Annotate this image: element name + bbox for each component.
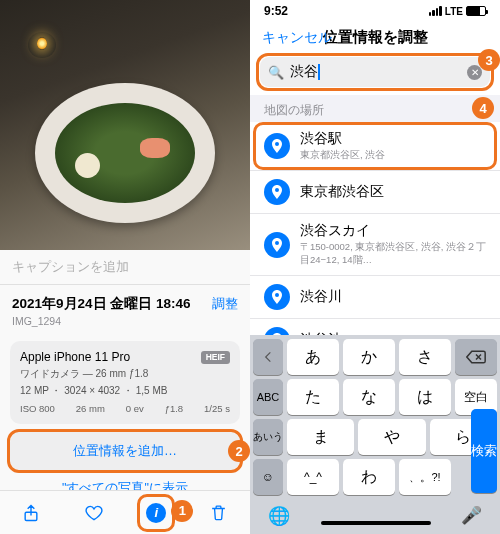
photo-filename: IMG_1294 [0, 315, 250, 335]
results-list: 渋谷駅東京都渋谷区, 渋谷 東京都渋谷区 渋谷スカイ〒150-0002, 東京都… [250, 122, 500, 361]
nav-title: 位置情報を調整 [323, 28, 428, 47]
pin-icon [264, 232, 290, 258]
key[interactable] [253, 339, 283, 375]
key[interactable]: さ [399, 339, 451, 375]
plate-illustration [35, 83, 215, 223]
annotation-badge-1: 1 [171, 500, 193, 522]
result-item[interactable]: 渋谷川 [250, 276, 500, 319]
bottom-toolbar: i 1 [0, 490, 250, 534]
key[interactable]: ^_^ [287, 459, 339, 495]
add-location-button[interactable]: 位置情報を追加… 2 [10, 432, 240, 470]
key[interactable]: な [343, 379, 395, 415]
section-header: 地図の場所 [264, 104, 324, 116]
share-icon[interactable] [20, 502, 42, 524]
spec-shutter: 1/25 s [204, 403, 230, 414]
search-field[interactable]: 🔍 渋谷 ✕ [260, 57, 490, 87]
key[interactable]: わ [343, 459, 395, 495]
annotation-badge-3: 3 [478, 49, 500, 71]
key-search[interactable]: 検索 [471, 409, 497, 493]
photo-date: 2021年9月24日 金曜日 18:46 [12, 295, 191, 313]
search-icon: 🔍 [268, 65, 284, 80]
status-bar: 9:52 LTE [250, 0, 500, 20]
key[interactable]: ま [287, 419, 354, 455]
key[interactable]: 、。?! [399, 459, 451, 495]
key[interactable]: あいう [253, 419, 283, 455]
home-indicator [321, 521, 431, 525]
cancel-button[interactable]: キャンセル [262, 29, 332, 47]
result-item[interactable]: 東京都渋谷区 [250, 171, 500, 214]
spec-iso: ISO 800 [20, 403, 55, 414]
key[interactable]: は [399, 379, 451, 415]
result-item[interactable]: 渋谷駅東京都渋谷区, 渋谷 [250, 122, 500, 171]
annotation-badge-4: 4 [472, 97, 494, 119]
signal-icon [429, 6, 442, 16]
pin-icon [264, 179, 290, 205]
lens-info: ワイドカメラ — 26 mm ƒ1.8 [20, 367, 230, 381]
trash-icon[interactable] [208, 502, 230, 524]
key[interactable]: か [343, 339, 395, 375]
status-time: 9:52 [264, 4, 288, 18]
network-label: LTE [445, 6, 463, 17]
key-delete[interactable] [455, 339, 497, 375]
adjust-button[interactable]: 調整 [212, 295, 238, 313]
spec-focal: 26 mm [76, 403, 105, 414]
battery-icon [466, 6, 486, 16]
pin-icon [264, 133, 290, 159]
globe-icon[interactable]: 🌐 [268, 505, 290, 527]
keyboard[interactable]: あ か さ ABC た な は 空白 あいう ま や ら 検索 ☺ ^_^ わ … [250, 335, 500, 534]
key[interactable]: あ [287, 339, 339, 375]
camera-info-card: Apple iPhone 11 Pro HEIF ワイドカメラ — 26 mm … [10, 341, 240, 424]
spec-ev: 0 ev [126, 403, 144, 414]
key[interactable]: た [287, 379, 339, 415]
result-item[interactable]: 渋谷スカイ〒150-0002, 東京都渋谷区, 渋谷, 渋谷２丁目24−12, … [250, 214, 500, 276]
photo-preview[interactable] [0, 0, 250, 250]
key[interactable]: や [358, 419, 425, 455]
location-search-screen: 9:52 LTE キャンセル 位置情報を調整 🔍 渋谷 ✕ 3 地図の場所 4 … [250, 0, 500, 534]
spec-f: ƒ1.8 [165, 403, 184, 414]
annotation-badge-2: 2 [228, 440, 250, 462]
caption-field[interactable]: キャプションを追加 [0, 250, 250, 284]
heif-badge: HEIF [201, 351, 230, 364]
nav-bar: キャンセル 位置情報を調整 [250, 20, 500, 57]
mic-icon[interactable]: 🎤 [461, 505, 482, 526]
info-icon[interactable]: i 1 [145, 502, 167, 524]
pin-icon [264, 284, 290, 310]
photo-info-screen: キャプションを追加 2021年9月24日 金曜日 18:46 調整 IMG_12… [0, 0, 250, 534]
search-input-value[interactable]: 渋谷 [290, 63, 318, 79]
candle-illustration [28, 32, 56, 58]
key-emoji[interactable]: ☺ [253, 459, 283, 495]
camera-model: Apple iPhone 11 Pro [20, 350, 130, 364]
resolution-info: 12 MP ・ 3024 × 4032 ・ 1,5 MB [20, 384, 230, 398]
key[interactable]: ABC [253, 379, 283, 415]
favorite-icon[interactable] [83, 502, 105, 524]
